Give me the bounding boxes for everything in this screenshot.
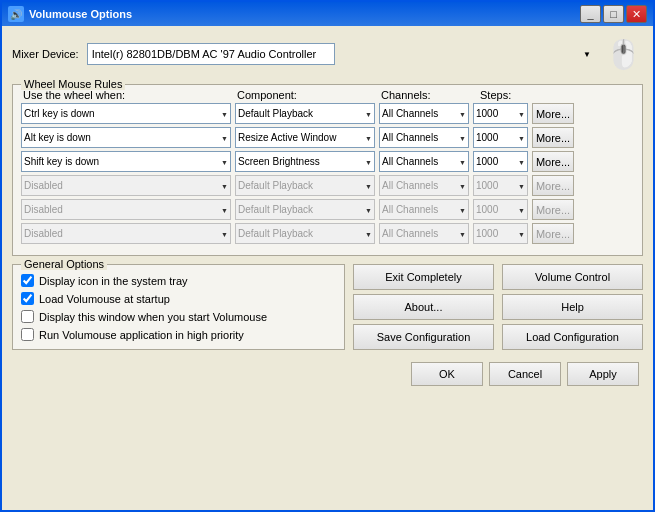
component-select-0[interactable]: Default Playback [235,103,375,124]
minimize-button[interactable]: _ [580,5,601,23]
wheel-rules-header: Use the wheel when: Component: Channels:… [21,89,634,101]
mixer-device-select[interactable]: Intel(r) 82801DB/DBM AC '97 Audio Contro… [87,43,335,65]
main-window: 🔊 Volumouse Options _ □ ✕ Mixer Device: … [0,0,655,512]
more-button-3[interactable]: More... [532,175,574,196]
rule-row-0: Ctrl key is down Default Playback All Ch… [21,103,634,124]
header-steps: Steps: [480,89,550,101]
checkbox-load-startup[interactable] [21,292,34,305]
app-icon: 🔊 [8,6,24,22]
channels-select-2[interactable]: All Channels [379,151,469,172]
use-select-5[interactable]: Disabled [21,223,231,244]
checkbox-label-3: Run Volumouse application in high priori… [39,329,244,341]
rule-row-5: Disabled Default Playback All Channels 1… [21,223,634,244]
use-select-1[interactable]: Alt key is down [21,127,231,148]
title-bar-left: 🔊 Volumouse Options [8,6,132,22]
channels-select-5[interactable]: All Channels [379,223,469,244]
window-title: Volumouse Options [29,8,132,20]
help-button[interactable]: Help [502,294,643,320]
header-use: Use the wheel when: [23,89,233,101]
wheel-rules-title: Wheel Mouse Rules [21,78,125,90]
action-row-2: Save Configuration Load Configuration [353,324,643,350]
use-select-2[interactable]: Shift key is down [21,151,231,172]
rule-row-2: Shift key is down Screen Brightness All … [21,151,634,172]
rule-row-4: Disabled Default Playback All Channels 1… [21,199,634,220]
exit-completely-button[interactable]: Exit Completely [353,264,494,290]
more-button-4[interactable]: More... [532,199,574,220]
about-button[interactable]: About... [353,294,494,320]
more-button-5[interactable]: More... [532,223,574,244]
component-select-3[interactable]: Default Playback [235,175,375,196]
component-select-5[interactable]: Default Playback [235,223,375,244]
checkbox-row-1: Load Volumouse at startup [21,292,336,305]
rule-row-1: Alt key is down Resize Active Window All… [21,127,634,148]
channels-select-4[interactable]: All Channels [379,199,469,220]
bottom-buttons: OK Cancel Apply [12,356,643,390]
more-button-2[interactable]: More... [532,151,574,172]
ok-button[interactable]: OK [411,362,483,386]
checkbox-row-3: Run Volumouse application in high priori… [21,328,336,341]
steps-select-5[interactable]: 1000 [473,223,528,244]
checkbox-label-0: Display icon in the system tray [39,275,188,287]
component-select-1[interactable]: Resize Active Window [235,127,375,148]
use-select-0[interactable]: Ctrl key is down [21,103,231,124]
maximize-button[interactable]: □ [603,5,624,23]
checkbox-row-0: Display icon in the system tray [21,274,336,287]
channels-select-3[interactable]: All Channels [379,175,469,196]
rule-row-3: Disabled Default Playback All Channels 1… [21,175,634,196]
component-select-2[interactable]: Screen Brightness [235,151,375,172]
header-channels: Channels: [381,89,476,101]
apply-button[interactable]: Apply [567,362,639,386]
more-button-0[interactable]: More... [532,103,574,124]
channels-select-1[interactable]: All Channels [379,127,469,148]
save-configuration-button[interactable]: Save Configuration [353,324,494,350]
steps-select-0[interactable]: 1000 [473,103,528,124]
checkbox-label-1: Load Volumouse at startup [39,293,170,305]
title-buttons: _ □ ✕ [580,5,647,23]
action-buttons: Exit Completely Volume Control About... … [353,264,643,350]
steps-select-4[interactable]: 1000 [473,199,528,220]
close-button[interactable]: ✕ [626,5,647,23]
checkbox-system-tray[interactable] [21,274,34,287]
checkbox-label-2: Display this window when you start Volum… [39,311,267,323]
general-options-title: General Options [21,258,107,270]
checkbox-high-priority[interactable] [21,328,34,341]
general-options-group: General Options Display icon in the syst… [12,264,345,350]
load-configuration-button[interactable]: Load Configuration [502,324,643,350]
content-area: Mixer Device: Intel(r) 82801DB/DBM AC '9… [2,26,653,510]
channels-select-0[interactable]: All Channels [379,103,469,124]
checkbox-row-2: Display this window when you start Volum… [21,310,336,323]
cancel-button[interactable]: Cancel [489,362,561,386]
steps-select-3[interactable]: 1000 [473,175,528,196]
mixer-label: Mixer Device: [12,48,79,60]
volume-control-button[interactable]: Volume Control [502,264,643,290]
use-select-3[interactable]: Disabled [21,175,231,196]
action-row-0: Exit Completely Volume Control [353,264,643,290]
mixer-select-wrap: Intel(r) 82801DB/DBM AC '97 Audio Contro… [87,43,595,65]
bottom-area: General Options Display icon in the syst… [12,264,643,350]
action-row-1: About... Help [353,294,643,320]
mouse-icon: 🖱️ [603,34,643,74]
checkbox-display-window[interactable] [21,310,34,323]
steps-select-2[interactable]: 1000 [473,151,528,172]
use-select-4[interactable]: Disabled [21,199,231,220]
steps-select-1[interactable]: 1000 [473,127,528,148]
mixer-row: Mixer Device: Intel(r) 82801DB/DBM AC '9… [12,34,643,74]
title-bar: 🔊 Volumouse Options _ □ ✕ [2,2,653,26]
more-button-1[interactable]: More... [532,127,574,148]
component-select-4[interactable]: Default Playback [235,199,375,220]
wheel-rules-group: Wheel Mouse Rules Use the wheel when: Co… [12,84,643,256]
header-component: Component: [237,89,377,101]
